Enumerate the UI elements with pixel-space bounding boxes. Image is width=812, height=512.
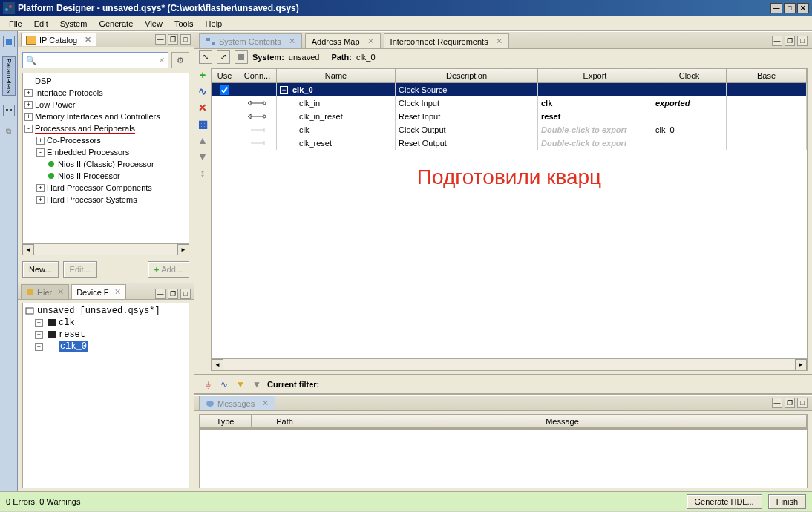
table-row[interactable]: −clk_0 Clock Source: [212, 83, 807, 96]
use-checkbox[interactable]: [220, 85, 229, 95]
msg-col-message[interactable]: Message: [318, 415, 807, 427]
close-icon[interactable]: ⨯: [262, 398, 269, 408]
tree-item[interactable]: Nios II Processor: [58, 171, 120, 180]
hier-tab[interactable]: Hier⨯: [21, 284, 69, 299]
tree-expand-icon[interactable]: +: [35, 343, 43, 351]
generate-hdl-button[interactable]: Generate HDL...: [687, 494, 762, 509]
catalog-tab[interactable]: IP Catalog ⨯: [21, 33, 96, 46]
panel-max[interactable]: □: [797, 398, 808, 408]
new-button[interactable]: New...: [22, 261, 59, 278]
msg-col-type[interactable]: Type: [200, 415, 252, 427]
funnel-icon[interactable]: ▼: [251, 378, 263, 390]
messages-tab[interactable]: Messages⨯: [199, 396, 275, 410]
col-conn[interactable]: Conn...: [238, 69, 277, 82]
tree-expand-icon[interactable]: +: [36, 196, 45, 204]
collapse-left-button[interactable]: ⤡: [199, 50, 212, 64]
msg-col-path[interactable]: Path: [252, 415, 318, 427]
collapse-right-button[interactable]: ⤢: [217, 50, 230, 64]
panel-max[interactable]: □: [180, 34, 191, 45]
menu-edit[interactable]: Edit: [28, 18, 54, 30]
dock-btn-2[interactable]: [3, 105, 15, 116]
panel-minimize[interactable]: —: [772, 36, 782, 46]
panel-minimize[interactable]: —: [155, 34, 166, 45]
add-tool[interactable]: +: [196, 68, 209, 82]
panel-restore[interactable]: ❐: [785, 36, 795, 46]
table-row[interactable]: clk_reset Reset Output Double-click to e…: [212, 137, 807, 150]
tab-system-contents[interactable]: System Contents⨯: [199, 33, 302, 48]
col-name[interactable]: Name: [277, 69, 396, 82]
catalog-search[interactable]: 🔍 ×: [22, 52, 168, 68]
tab-address-map[interactable]: Address Map⨯: [305, 33, 381, 48]
menu-help[interactable]: Help: [200, 18, 229, 30]
tree-expand-icon[interactable]: +: [36, 184, 45, 192]
panel-minimize[interactable]: —: [155, 289, 166, 299]
delete-tool[interactable]: ✕: [196, 101, 209, 114]
maximize-button[interactable]: □: [784, 3, 796, 13]
col-clock[interactable]: Clock: [652, 69, 727, 82]
catalog-close-icon[interactable]: ⨯: [85, 35, 91, 45]
tree-item[interactable]: Hard Processor Components: [47, 183, 152, 192]
hier-item[interactable]: reset: [59, 329, 85, 340]
dock-tab-parameters[interactable]: Parameters: [2, 56, 16, 96]
tree-expand-icon[interactable]: +: [35, 319, 43, 327]
scroll-right-icon[interactable]: ►: [795, 359, 807, 370]
scroll-left-icon[interactable]: ◄: [22, 244, 34, 255]
panel-max[interactable]: □: [180, 289, 191, 299]
catalog-settings-button[interactable]: ⚙: [171, 52, 189, 68]
catalog-hscroll[interactable]: ◄ ►: [22, 243, 189, 255]
tree-collapse-icon[interactable]: -: [36, 148, 45, 157]
col-desc[interactable]: Description: [396, 69, 538, 82]
scroll-right-icon[interactable]: ►: [177, 244, 189, 255]
tree-item[interactable]: Co-Processors: [47, 136, 101, 145]
clear-search-icon[interactable]: ×: [159, 54, 165, 66]
panel-restore[interactable]: ❐: [785, 398, 795, 408]
close-button[interactable]: ✕: [797, 3, 809, 13]
messages-body[interactable]: [199, 429, 808, 488]
dock-btn-3[interactable]: ⧉: [3, 125, 15, 137]
tree-item[interactable]: Hard Processor Systems: [47, 195, 137, 204]
panel-restore[interactable]: ❐: [168, 34, 178, 45]
tree-item[interactable]: Nios II (Classic) Processor: [58, 160, 154, 168]
sym-tool[interactable]: ↕: [196, 166, 209, 180]
col-export[interactable]: Export: [538, 69, 652, 82]
panel-restore[interactable]: ❐: [168, 289, 178, 299]
cell-export[interactable]: reset: [541, 112, 560, 121]
col-base[interactable]: Base: [727, 69, 807, 82]
close-icon[interactable]: ⨯: [496, 36, 502, 46]
panel-max[interactable]: □: [797, 36, 808, 46]
pulse-icon[interactable]: ⏚: [202, 378, 214, 390]
catalog-tree[interactable]: DSP +Interface Protocols +Low Power +Mem…: [22, 73, 189, 243]
cell-export[interactable]: clk: [541, 99, 552, 108]
menu-file[interactable]: File: [3, 18, 28, 30]
wave-icon[interactable]: ∿: [218, 378, 230, 390]
hier-tree[interactable]: unsaved [unsaved.qsys*] +clk +reset +clk…: [22, 303, 189, 488]
tree-item[interactable]: Processors and Peripherals: [35, 124, 135, 134]
finish-button[interactable]: Finish: [768, 494, 806, 509]
up-tool[interactable]: ▲: [196, 134, 209, 147]
search-input[interactable]: [39, 56, 159, 65]
minimize-button[interactable]: —: [770, 3, 782, 13]
col-use[interactable]: Use: [212, 69, 238, 82]
chip-button[interactable]: [235, 50, 248, 64]
grid-hscroll[interactable]: ◄ ►: [212, 358, 807, 370]
close-icon[interactable]: ⨯: [57, 287, 64, 297]
edit-tool[interactable]: ▦: [196, 117, 209, 131]
close-icon[interactable]: ⨯: [114, 287, 121, 297]
tree-expand-icon[interactable]: +: [24, 101, 33, 109]
hier-item[interactable]: clk: [59, 318, 75, 328]
tree-item[interactable]: Low Power: [35, 100, 75, 109]
tree-collapse-icon[interactable]: -: [24, 125, 33, 133]
scroll-left-icon[interactable]: ◄: [212, 359, 223, 370]
cell-export[interactable]: Double-click to export: [541, 139, 627, 148]
dock-btn-1[interactable]: [3, 36, 15, 47]
close-icon[interactable]: ⨯: [289, 36, 295, 46]
tree-expand-icon[interactable]: +: [35, 331, 43, 339]
down-tool[interactable]: ▼: [196, 150, 209, 163]
table-row[interactable]: clk_in_reset Reset Input reset: [212, 110, 807, 123]
panel-minimize[interactable]: —: [772, 398, 782, 408]
tree-item[interactable]: Embedded Processors: [47, 148, 129, 157]
cell-export[interactable]: Double-click to export: [541, 125, 627, 134]
tree-expand-icon[interactable]: +: [24, 89, 33, 97]
tree-item[interactable]: DSP: [35, 76, 52, 85]
hier-item[interactable]: clk_0: [59, 341, 88, 352]
